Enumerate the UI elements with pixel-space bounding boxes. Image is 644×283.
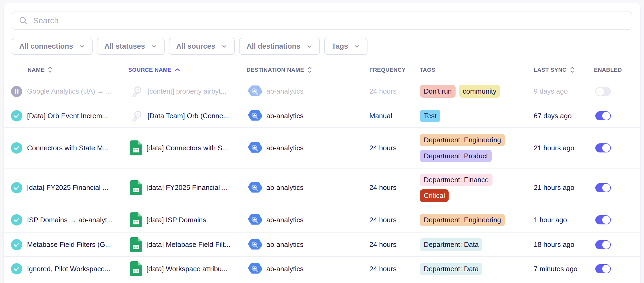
connection-row[interactable]: Connectors with State M... [data] Connec… (4, 128, 640, 169)
last-sync-value: 18 hours ago (534, 240, 574, 249)
tags-group: Test (420, 110, 440, 122)
sort-icon (307, 66, 313, 73)
frequency-value: Manual (369, 112, 392, 120)
source-name: [data] Metabase Field Filt... (146, 240, 230, 249)
column-header-destination[interactable]: DESTINATION NAME (244, 66, 368, 73)
sort-icon (569, 66, 575, 73)
bigquery-icon (248, 263, 262, 275)
destination-name: ab-analytics (266, 87, 304, 95)
destination-name: ab-analytics (266, 216, 304, 224)
filter-dropdown-tags[interactable]: Tags (324, 38, 368, 55)
tag-badge: Department: Engineering (420, 134, 505, 146)
toggle-knob (602, 241, 610, 249)
tag-badge: Department: Product (420, 150, 492, 162)
connection-row[interactable]: Google Analytics (UA) → ... [content] pr… (4, 79, 640, 104)
bigquery-icon (248, 214, 262, 226)
filter-bar: All connectionsAll statusesAll sourcesAl… (12, 38, 632, 55)
destination-name: ab-analytics (266, 112, 304, 120)
check-icon (11, 214, 22, 226)
frequency-value: 24 hours (369, 216, 396, 224)
filter-label: All sources (176, 42, 215, 51)
tags-group: Department: EngineeringDepartment: Produ… (420, 134, 505, 162)
sheets-icon (130, 237, 142, 252)
source-name: [Data Team] Orb (Conne... (147, 112, 229, 120)
connection-row[interactable]: Metabase Field Filters (G... [data] Meta… (4, 233, 640, 257)
last-sync-value: 21 hours ago (534, 183, 574, 192)
frequency-value: 24 hours (369, 240, 396, 249)
tags-group: Don't runcommunity (420, 85, 500, 98)
connection-row[interactable]: Ignored, Pilot Workspace... [data] Works… (4, 257, 640, 281)
column-header-last_sync[interactable]: LAST SYNC (531, 66, 592, 73)
destination-name: ab-analytics (266, 144, 304, 152)
bigquery-icon (248, 239, 262, 251)
destination-name: ab-analytics (266, 265, 304, 273)
enabled-toggle[interactable] (595, 183, 611, 192)
bigquery-icon (248, 110, 262, 122)
filter-dropdown-all-statuses[interactable]: All statuses (97, 38, 165, 55)
source-name: [content] property airbyt... (147, 87, 226, 95)
toggle-knob (602, 216, 610, 224)
enabled-toggle[interactable] (595, 215, 611, 224)
enabled-toggle[interactable] (595, 111, 611, 120)
tag-badge: Department: Data (420, 238, 482, 251)
connection-row[interactable]: [Data] Orb Event Increm... [Data Team] O… (4, 104, 640, 128)
bigquery-icon (248, 142, 262, 154)
connection-name: Connectors with State M... (27, 144, 109, 152)
connection-name: ISP Domains → ab-analyt... (27, 216, 113, 224)
filter-label: All connections (19, 42, 73, 51)
frequency-value: 24 hours (369, 144, 396, 152)
connection-name: [Data] Orb Event Increm... (27, 112, 108, 120)
column-header-enabled: ENABLED (592, 67, 640, 73)
connection-name: Metabase Field Filters (G... (27, 240, 111, 249)
column-header-name[interactable]: NAME (4, 66, 127, 73)
tag-badge: Test (420, 110, 440, 122)
sheets-icon (130, 180, 142, 195)
enabled-toggle[interactable] (595, 143, 611, 152)
sort-icon (47, 66, 53, 73)
last-sync-value: 1 hour ago (534, 216, 567, 224)
destination-name: ab-analytics (266, 183, 304, 192)
pause-icon (11, 86, 22, 97)
source-name: [data] Connectors with S... (146, 144, 228, 152)
connection-row[interactable]: ISP Domains → ab-analyt... [data] ISP Do… (4, 207, 640, 233)
check-icon (11, 142, 22, 154)
source-name: [data] Workspace attribu... (146, 265, 228, 273)
last-sync-value: 67 days ago (534, 112, 572, 120)
sheets-icon (130, 261, 142, 276)
column-header-source[interactable]: SOURCE NAME (127, 67, 244, 73)
enabled-toggle[interactable] (595, 240, 611, 249)
enabled-toggle[interactable] (595, 264, 611, 273)
column-label: ENABLED (594, 67, 622, 73)
toggle-knob (596, 88, 604, 96)
connection-name: [data] FY2025 Financial ... (27, 183, 108, 192)
column-label: SOURCE NAME (128, 67, 172, 73)
tag-badge: Don't run (420, 85, 456, 98)
tags-group: Department: Engineering (420, 214, 505, 226)
enabled-toggle[interactable] (595, 87, 611, 96)
connection-row[interactable]: [data] FY2025 Financial ... [data] FY202… (4, 169, 640, 207)
tags-group: Department: Data (420, 238, 482, 251)
filter-dropdown-all-connections[interactable]: All connections (12, 38, 93, 55)
filter-dropdown-all-sources[interactable]: All sources (169, 38, 235, 55)
orb-icon (130, 109, 143, 122)
filter-dropdown-all-destinations[interactable]: All destinations (239, 38, 320, 55)
column-header-frequency: FREQUENCY (368, 67, 417, 73)
chevron-down-icon (354, 43, 360, 49)
last-sync-value: 9 days ago (534, 87, 568, 95)
check-icon (11, 182, 22, 194)
tag-badge: Department: Engineering (420, 214, 505, 226)
filter-label: All statuses (104, 42, 145, 51)
connection-name: Ignored, Pilot Workspace... (27, 265, 111, 273)
sheets-icon (130, 212, 142, 227)
toggle-knob (602, 112, 610, 120)
chevron-down-icon (306, 43, 312, 49)
column-label: FREQUENCY (369, 67, 406, 73)
search-bar[interactable] (12, 12, 632, 30)
tag-badge: Department: Data (420, 263, 482, 275)
check-icon (11, 239, 22, 251)
tags-group: Department: Data (420, 263, 482, 275)
search-input[interactable] (33, 16, 625, 25)
toggle-knob (602, 265, 610, 273)
check-icon (11, 110, 22, 122)
frequency-value: 24 hours (369, 87, 396, 95)
